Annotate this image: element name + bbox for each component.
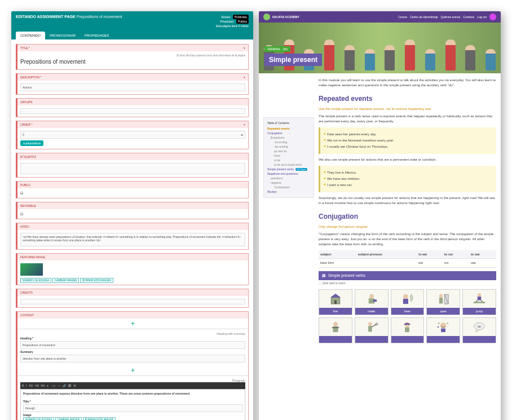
embed-icon[interactable]: ⌘ xyxy=(73,384,76,387)
rte-toolbar[interactable]: BI H2H3H4 ≡⋮≡ —🔗 🖼⌘ xyxy=(20,382,245,389)
scene-number-button[interactable]: NÚMERO DE ESCENA xyxy=(20,278,51,283)
privacy-label: Privacidad: xyxy=(220,20,234,23)
add-block-button[interactable]: + xyxy=(17,319,248,329)
italic-icon[interactable]: I xyxy=(26,384,27,387)
td-run: run xyxy=(443,259,469,267)
nav-cursos[interactable]: Cursos xyxy=(398,15,407,19)
image-icon[interactable]: 🖼 xyxy=(68,384,71,387)
toc-contractions[interactable]: Contractions xyxy=(267,185,310,189)
delete-image-button[interactable]: BORRAR ESTA IMAGEN xyxy=(83,417,116,420)
nav-contacto[interactable]: Contacto xyxy=(463,15,474,19)
status-label: Estado: xyxy=(222,15,231,19)
featured-thumbnail[interactable] xyxy=(20,263,43,276)
toc-review[interactable]: Review xyxy=(267,189,310,194)
title-input[interactable]: Prepositions of movement xyxy=(20,57,245,67)
tab-propiedades[interactable]: PROPIEDADES xyxy=(80,32,113,39)
callout-1: Use the simple present for repeated acti… xyxy=(319,107,496,112)
callout-2: Only change 3rd person singular xyxy=(319,224,496,229)
card-7[interactable] xyxy=(355,317,389,343)
numlist-icon[interactable]: ⋮≡ xyxy=(51,384,55,387)
toc-go-do[interactable]: go and do xyxy=(267,149,310,153)
avatar-icon[interactable] xyxy=(489,14,496,20)
tab-promocionar[interactable]: PROMOCIONAR xyxy=(45,32,80,39)
revisable-label: REVISABLE xyxy=(20,204,36,207)
card-label xyxy=(355,336,388,343)
h4-icon[interactable]: H4 xyxy=(41,384,45,387)
toc-ies-ending[interactable]: -ies ending xyxy=(267,144,310,149)
toc-modal[interactable]: to be and modal verbs xyxy=(267,162,310,167)
rte-editor[interactable]: Prepositions of movement express directi… xyxy=(20,389,245,420)
card-6[interactable] xyxy=(319,317,352,343)
link-icon[interactable]: 🔗 xyxy=(63,384,66,387)
checkbox-public[interactable]: ☑ xyxy=(20,192,23,195)
brand-name[interactable]: HALIFAX ACADEMY xyxy=(272,15,299,19)
card-make[interactable]: make xyxy=(355,289,389,315)
tabs: CONTENIDO PROMOCIONAR PROPIEDADES xyxy=(11,32,253,39)
content-area: Table of Contents Repeated events Conjug… xyxy=(259,73,501,348)
logout-link[interactable]: Log out xyxy=(477,15,487,19)
toc-exceptions[interactable]: Exceptions xyxy=(267,135,310,140)
card-live[interactable]: live xyxy=(319,289,352,315)
credits-input[interactable] xyxy=(20,299,245,304)
stepper-icon[interactable]: ⊕ xyxy=(241,133,243,136)
checkbox-revisable[interactable]: ☑ xyxy=(20,213,23,216)
scene-number-button[interactable]: NÚMERO DE ESCENA xyxy=(23,417,54,420)
td-baseform: base form xyxy=(319,259,356,267)
delete-image-button[interactable]: BORRAR ESTA IMAGEN xyxy=(80,278,113,283)
heading-input[interactable]: Prepositions of movement xyxy=(20,341,245,349)
inner-title-input[interactable]: through xyxy=(23,404,242,412)
svg-point-8 xyxy=(439,294,443,298)
order-chip[interactable]: ● prepositions xyxy=(20,140,43,146)
section-public: PUBLIC ☑ xyxy=(16,181,249,198)
etiq-input[interactable] xyxy=(20,163,245,174)
card-8[interactable] xyxy=(391,317,425,343)
nav-quienes[interactable]: Quiénes somos xyxy=(441,15,461,19)
collapse-icon[interactable]: ▾ xyxy=(244,76,245,79)
summary-input[interactable]: direction from one place to another xyxy=(20,355,245,362)
toc-conjugation[interactable]: Conjugation xyxy=(267,131,310,135)
toc-questions[interactable]: questions xyxy=(267,176,310,180)
tab-contenido[interactable]: CONTENIDO xyxy=(16,32,45,39)
toc-es-ending[interactable]: -es ending xyxy=(267,140,310,144)
h2-icon[interactable]: H2 xyxy=(29,384,33,387)
intro-input[interactable]: <p>We have already seen prepositions of … xyxy=(20,233,245,246)
logo-icon[interactable] xyxy=(263,14,270,20)
card-jump[interactable]: jump xyxy=(462,289,496,315)
list-icon[interactable]: ≡ xyxy=(47,384,48,387)
desc-input[interactable]: Actions xyxy=(20,83,245,91)
change-image-button[interactable]: CAMBIAR IMAGEN xyxy=(55,417,82,420)
status-value[interactable]: Publicado xyxy=(233,15,249,19)
order-input[interactable]: 0 xyxy=(23,133,24,136)
toc-simple-verbs[interactable]: Simple present verbs 87 Done xyxy=(267,167,310,171)
credits-label: CREDITS xyxy=(20,291,33,294)
section-credits: CREDITS xyxy=(16,289,249,308)
nav-centro[interactable]: Centro de Aprendizaje xyxy=(410,15,438,19)
svg-rect-25 xyxy=(405,327,410,331)
toc-have[interactable]: have xyxy=(267,153,310,158)
content-label: CONTENT xyxy=(20,313,34,317)
toc-repeated-events[interactable]: Repeated events xyxy=(267,126,310,131)
groups-input[interactable] xyxy=(20,108,245,114)
card-hear[interactable]: hear xyxy=(391,289,425,315)
toc-tobe[interactable]: to be xyxy=(267,158,310,162)
collapse-icon[interactable]: ▾ xyxy=(244,123,245,126)
h3-icon[interactable]: H3 xyxy=(35,384,38,387)
card-9[interactable] xyxy=(426,317,460,343)
privacy-value[interactable]: Pública xyxy=(236,19,249,24)
frontend-panel: HALIFAX ACADEMY Cursos Centro de Aprendi… xyxy=(259,11,501,420)
hr-icon[interactable]: — xyxy=(58,384,60,387)
change-image-button[interactable]: CAMBIAR IMAGEN xyxy=(52,278,80,283)
card-10[interactable]: txt xyxy=(462,317,496,343)
add-block-button[interactable]: + xyxy=(17,365,248,375)
top-nav: HALIFAX ACADEMY Cursos Centro de Aprendi… xyxy=(259,11,501,23)
bold-icon[interactable]: B xyxy=(22,384,24,387)
collapse-icon[interactable]: ▾ xyxy=(244,46,245,50)
card-label: hear xyxy=(391,308,424,315)
desc-label: DESCRIPTION * xyxy=(20,76,42,79)
backend-panel: EDITANDO ASSIGNMENT PAGE Prepositions of… xyxy=(11,11,253,420)
quote-icon: ❝ xyxy=(324,171,325,174)
card-open[interactable]: open xyxy=(426,289,460,315)
toc-negatives[interactable]: Negatives and questions xyxy=(267,171,310,176)
toc-negative[interactable]: negative xyxy=(267,180,310,185)
form-body: TITLE *▾ El texto del título aparece com… xyxy=(11,39,253,420)
